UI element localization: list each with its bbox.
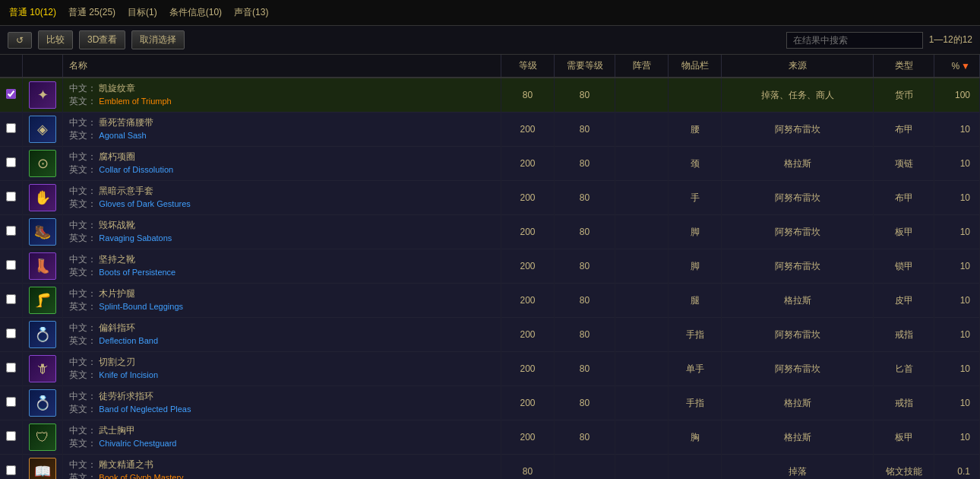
row-type: 戒指: [874, 318, 934, 352]
item-en-name-line: 英文： Deflection Band: [69, 335, 495, 347]
en-label: 英文：: [69, 438, 96, 449]
row-name-cell[interactable]: 中文： 木片护腿 英文： Splint-Bound Leggings: [63, 284, 501, 318]
row-slot: 手: [669, 181, 722, 215]
item-en-name-line: 英文： Knife of Incision: [69, 369, 495, 382]
row-type: 布甲: [874, 113, 934, 147]
row-checkbox-cell[interactable]: [0, 455, 23, 480]
row-checkbox-cell[interactable]: [0, 352, 23, 386]
row-name-cell[interactable]: 中文： 徒劳祈求指环 英文： Band of Neglected Pleas: [63, 386, 501, 420]
row-slot: [669, 455, 722, 480]
row-checkbox-cell[interactable]: [0, 147, 23, 181]
search-input[interactable]: [786, 32, 923, 49]
row-checkbox-cell[interactable]: [0, 215, 23, 249]
row-checkbox[interactable]: [6, 260, 16, 270]
item-en-name-line: 英文： Band of Neglected Pleas: [69, 403, 495, 416]
row-type: 匕首: [874, 352, 934, 386]
view3d-button[interactable]: 3D查看: [79, 30, 125, 49]
col-faction: 阵营: [615, 55, 669, 78]
nav-conditions[interactable]: 条件信息(10): [169, 6, 222, 19]
row-name-cell[interactable]: 中文： 雕文精通之书 英文： Book of Glyph Mastery: [63, 455, 501, 480]
row-name-cell[interactable]: 中文： 坚持之靴 英文： Boots of Persistence: [63, 249, 501, 284]
item-icon: 🗡: [29, 355, 56, 382]
row-source: 格拉斯: [722, 420, 874, 455]
row-pct: 10: [934, 352, 980, 386]
row-checkbox-cell[interactable]: [0, 113, 23, 147]
row-checkbox[interactable]: [6, 363, 16, 373]
row-name-cell[interactable]: 中文： 垂死苦痛腰带 英文： Agonal Sash: [63, 113, 501, 147]
row-name-cell[interactable]: 中文： 切割之刃 英文： Knife of Incision: [63, 352, 501, 386]
row-checkbox[interactable]: [6, 465, 16, 475]
compare-button[interactable]: 比较: [38, 30, 73, 49]
row-slot: 单手: [669, 352, 722, 386]
row-name-cell[interactable]: 中文： 偏斜指环 英文： Deflection Band: [63, 318, 501, 352]
item-cn-name-line: 中文： 武士胸甲: [69, 424, 495, 437]
result-count: 1—12的12: [929, 33, 972, 46]
row-name-cell[interactable]: 中文： 凯旋纹章 英文： Emblem of Triumph: [63, 78, 501, 113]
nav-sound[interactable]: 声音(13): [234, 6, 268, 19]
col-req-level: 需要等级: [555, 55, 615, 78]
row-req-level: 80: [555, 352, 615, 386]
item-icon: ✦: [29, 81, 56, 109]
row-checkbox-cell[interactable]: [0, 78, 23, 113]
item-cn-name: 切割之刃: [99, 357, 135, 367]
row-checkbox[interactable]: [6, 192, 16, 201]
item-cn-name: 坚持之靴: [99, 254, 135, 265]
row-checkbox[interactable]: [6, 123, 16, 133]
nav-target[interactable]: 目标(1): [128, 6, 157, 19]
nav-normal-25[interactable]: 普通 25(25): [68, 6, 115, 19]
cn-label: 中文：: [69, 220, 96, 230]
row-checkbox[interactable]: [6, 397, 16, 407]
item-table: 名称 等级 需要等级 阵营 物品栏 来源 类型 %▼ ✦ 中文： 凯旋纹章 英: [0, 55, 980, 479]
row-name-cell[interactable]: 中文： 武士胸甲 英文： Chivalric Chestguard: [63, 420, 501, 455]
row-checkbox-cell[interactable]: [0, 181, 23, 215]
item-icon: 🛡: [29, 423, 56, 451]
row-faction: [615, 455, 669, 480]
row-checkbox-cell[interactable]: [0, 284, 23, 318]
item-cn-name: 武士胸甲: [99, 425, 135, 436]
nav-normal-10[interactable]: 普通 10(12): [9, 6, 56, 19]
row-checkbox-cell[interactable]: [0, 420, 23, 455]
row-icon-cell: 💍: [23, 386, 63, 420]
row-checkbox[interactable]: [6, 328, 16, 338]
en-label: 英文：: [69, 370, 96, 380]
row-checkbox[interactable]: [6, 294, 16, 304]
row-checkbox[interactable]: [6, 89, 16, 99]
row-checkbox[interactable]: [6, 226, 16, 236]
cn-label: 中文：: [69, 391, 96, 401]
row-level: 200: [501, 147, 555, 181]
row-checkbox[interactable]: [6, 157, 16, 167]
row-source: 掉落: [722, 455, 874, 480]
row-icon-cell: 💍: [23, 318, 63, 352]
row-pct: 10: [934, 284, 980, 318]
refresh-button[interactable]: ↺: [8, 32, 32, 49]
row-icon-cell: ✋: [23, 181, 63, 215]
col-pct[interactable]: %▼: [934, 55, 980, 78]
row-slot: 颈: [669, 147, 722, 181]
row-type: 板甲: [874, 215, 934, 249]
top-navigation: 普通 10(12) 普通 25(25) 目标(1) 条件信息(10) 声音(13…: [0, 0, 980, 26]
row-slot: 脚: [669, 215, 722, 249]
row-name-cell[interactable]: 中文： 毁坏战靴 英文： Ravaging Sabatons: [63, 215, 501, 249]
row-icon-cell: 🦵: [23, 284, 63, 318]
row-type: 项链: [874, 147, 934, 181]
row-source: 格拉斯: [722, 386, 874, 420]
item-cn-name-line: 中文： 腐朽项圈: [69, 151, 495, 163]
row-checkbox-cell[interactable]: [0, 386, 23, 420]
en-label: 英文：: [69, 233, 96, 243]
view3d-label: 3D查看: [87, 33, 117, 46]
row-checkbox-cell[interactable]: [0, 249, 23, 284]
row-level: 80: [501, 455, 555, 480]
row-checkbox[interactable]: [6, 431, 16, 441]
item-cn-name: 凯旋纹章: [99, 83, 135, 94]
row-name-cell[interactable]: 中文： 黑暗示意手套 英文： Gloves of Dark Gestures: [63, 181, 501, 215]
cancel-select-button[interactable]: 取消选择: [131, 30, 185, 49]
row-level: 200: [501, 113, 555, 147]
row-source: 阿努布雷坎: [722, 113, 874, 147]
row-level: 200: [501, 318, 555, 352]
row-level: 200: [501, 352, 555, 386]
row-checkbox-cell[interactable]: [0, 318, 23, 352]
col-source: 来源: [722, 55, 874, 78]
row-source: 格拉斯: [722, 147, 874, 181]
row-name-cell[interactable]: 中文： 腐朽项圈 英文： Collar of Dissolution: [63, 147, 501, 181]
row-pct: 10: [934, 147, 980, 181]
